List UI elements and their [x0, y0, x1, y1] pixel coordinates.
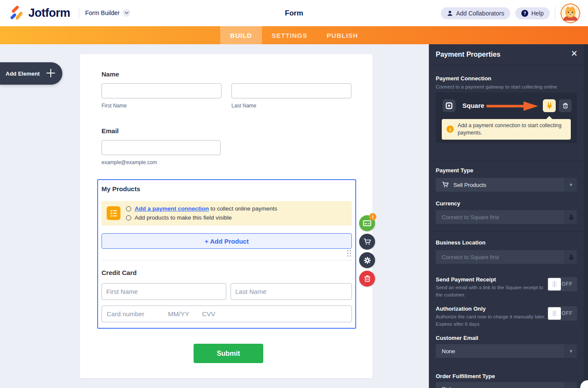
plus-icon [46, 68, 56, 78]
lock-icon [565, 210, 577, 224]
drag-handle[interactable] [347, 250, 353, 258]
help-button[interactable]: ? Help [515, 7, 550, 19]
last-name-sublabel: Last Name [231, 103, 256, 109]
card-number-input[interactable]: Card number MM/YY CVV [102, 306, 352, 322]
add-payment-connection-link[interactable]: Add a payment connection [135, 205, 209, 212]
toggle-state: OFF [562, 281, 573, 287]
cc-first-name-input[interactable] [102, 283, 226, 300]
payment-type-value: Sell Products [453, 182, 486, 188]
annotation-arrow [486, 101, 539, 111]
add-product-button[interactable]: + Add Product [102, 233, 352, 249]
form-card: Name First Name Last Name Email example@… [80, 54, 373, 378]
bullet-circle-icon [126, 206, 131, 211]
authorization-only-toggle[interactable]: OFF [547, 306, 577, 321]
cvv-placeholder: CVV [202, 310, 215, 318]
svg-text:?: ? [523, 11, 526, 15]
connection-tooltip: i Add a payment connection to start coll… [442, 119, 571, 140]
delete-element-button[interactable] [359, 271, 375, 287]
checklist-icon [107, 206, 120, 220]
question-icon: ? [521, 10, 528, 17]
payment-type-label: Payment Type [436, 167, 473, 174]
payment-type-dropdown[interactable]: Sell Products ▼ [436, 178, 577, 192]
lock-icon [565, 250, 577, 264]
corner-bubble [580, 380, 588, 388]
customer-email-value: None [442, 348, 455, 354]
alert-line2: Add products to make this field visible [135, 214, 232, 221]
currency-value: Connect to Square first [442, 214, 499, 220]
credit-card-label: Credit Card [102, 269, 137, 276]
gateway-name: Square [462, 102, 484, 109]
app-header: Jotform Form Builder Form Add Collaborat… [0, 0, 588, 26]
order-fulfillment-dropdown[interactable]: Pickup ▼ [436, 382, 577, 388]
panel-header: Payment Properties ✕ [429, 44, 588, 65]
tab-settings[interactable]: SETTINGS [262, 26, 317, 44]
business-location-value: Connect to Square first [442, 254, 499, 260]
info-icon: i [446, 125, 454, 133]
header-divider [555, 6, 555, 21]
alert-line1: Add a payment connection to collect onli… [135, 205, 277, 212]
first-name-input[interactable] [102, 83, 222, 98]
panel-title: Payment Properties [436, 51, 500, 58]
divider [102, 260, 352, 260]
credit-card-icon [363, 219, 371, 227]
help-label: Help [531, 10, 544, 17]
send-receipt-toggle[interactable]: OFF [547, 277, 577, 291]
connect-gateway-button[interactable] [543, 99, 556, 112]
sidebar-scrollbar[interactable] [584, 44, 588, 388]
products-button[interactable] [359, 234, 375, 250]
bullet-circle-icon [126, 215, 131, 220]
person-icon [447, 10, 453, 16]
tab-publish[interactable]: PUBLISH [317, 26, 368, 44]
email-sublabel: example@example.com [102, 159, 157, 165]
send-receipt-caption: Send an email with a link to the Square … [436, 284, 543, 298]
gear-icon [363, 257, 371, 264]
products-payment-element[interactable]: My Products Add a payment connection to … [97, 179, 356, 329]
email-input[interactable] [102, 140, 221, 155]
cc-last-name-input[interactable] [231, 283, 352, 300]
warning-badge: ! [369, 213, 376, 220]
add-collaborators-label: Add Collaborators [456, 10, 504, 17]
first-name-sublabel: First Name [102, 103, 127, 109]
currency-label: Currency [436, 200, 460, 207]
form-canvas: Add Element Name First Name Last Name Em… [0, 44, 429, 388]
alert-line1-rest: to collect online payments [209, 205, 277, 212]
shopping-cart-icon [363, 238, 371, 246]
trash-icon [563, 103, 568, 109]
add-element-button[interactable]: Add Element [0, 62, 62, 85]
currency-dropdown: Connect to Square first [436, 210, 577, 224]
expiry-placeholder: MM/YY [168, 310, 189, 318]
element-settings-button[interactable] [359, 252, 375, 268]
avatar[interactable] [560, 3, 580, 23]
send-receipt-label: Send Payment Receipt [436, 276, 496, 283]
square-logo-icon [443, 99, 456, 112]
builder-nav: BUILD SETTINGS PUBLISH [0, 26, 588, 44]
business-location-dropdown: Connect to Square first [436, 250, 577, 264]
tab-build[interactable]: BUILD [220, 26, 262, 44]
tooltip-text: Add a payment connection to start collec… [458, 122, 568, 137]
shopping-cart-icon [442, 181, 449, 188]
payment-connection-card: Square i Add a payment connection to sta… [436, 92, 577, 143]
last-name-input[interactable] [231, 83, 351, 98]
chevron-down-icon: ▼ [565, 344, 577, 358]
email-field-label: Email [102, 127, 119, 134]
toggle-knob [548, 307, 561, 320]
name-field-label: Name [102, 70, 119, 78]
close-icon[interactable]: ✕ [571, 49, 578, 58]
submit-button[interactable]: Submit [194, 344, 263, 363]
toggle-state: OFF [562, 310, 573, 316]
add-element-label: Add Element [6, 70, 40, 77]
card-number-placeholder: Card number [107, 310, 145, 318]
payment-connection-label: Payment Connection [436, 75, 491, 82]
remove-gateway-button[interactable] [559, 99, 572, 112]
business-location-label: Business Location [436, 239, 486, 246]
products-label: My Products [102, 185, 140, 192]
section-divider [429, 231, 588, 232]
customer-email-label: Customer Email [436, 335, 478, 341]
order-fulfillment-label: Order Fulfillment Type [436, 373, 495, 379]
customer-email-dropdown[interactable]: None ▼ [436, 344, 577, 358]
chevron-down-icon: ▼ [565, 178, 577, 192]
order-fulfillment-value: Pickup [442, 386, 459, 388]
add-collaborators-button[interactable]: Add Collaborators [441, 7, 510, 19]
authorization-only-label: Authorization Only [436, 306, 486, 312]
plug-icon [546, 102, 553, 109]
